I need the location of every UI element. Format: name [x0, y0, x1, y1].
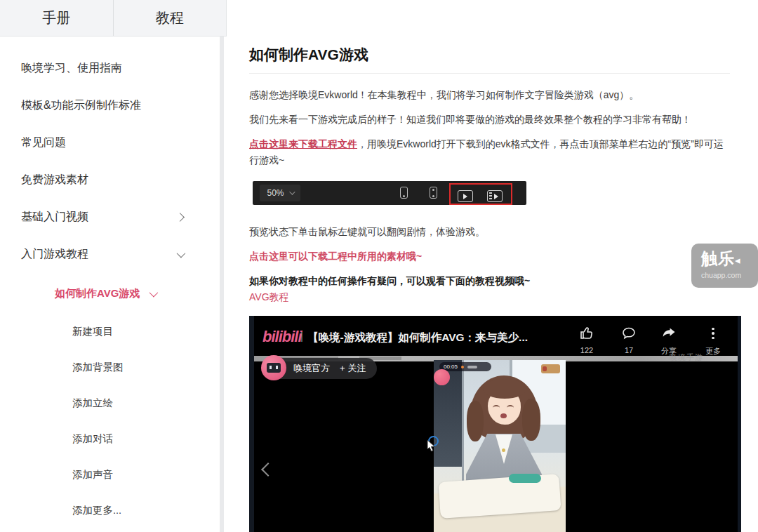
- tv-icon: [267, 363, 281, 373]
- comment-icon[interactable]: [620, 325, 638, 342]
- character-eye: [507, 405, 514, 411]
- carousel-prev-icon[interactable]: [261, 463, 275, 477]
- chevron-down-icon: [177, 249, 186, 258]
- character-eye: [493, 405, 500, 411]
- sidebar-item-template-standard[interactable]: 模板&功能示例制作标准: [0, 87, 220, 124]
- bilibili-logo[interactable]: bilibili: [262, 328, 302, 346]
- sidebar-item-label: 常见问题: [21, 135, 66, 150]
- follow-button[interactable]: + 关注: [340, 362, 366, 375]
- doc-tab-bar: 手册 教程: [0, 0, 227, 36]
- sidebar-item-beginner-tutorials[interactable]: 入门游戏教程: [0, 236, 220, 273]
- triangle-icon: ◂: [735, 254, 741, 266]
- zoom-value: 50%: [267, 188, 284, 198]
- page-title: 如何制作AVG游戏: [249, 45, 368, 65]
- tab-tutorial[interactable]: 教程: [114, 0, 227, 36]
- sidebar-item-label: 免费游戏素材: [21, 173, 88, 187]
- game-timer: 00:05: [444, 364, 458, 370]
- sidebar-sub-add-background[interactable]: 添加背景图: [0, 350, 220, 385]
- sidebar-sub-label: 添加立绘: [72, 397, 113, 410]
- sidebar-sub-add-more[interactable]: 添加更多...: [0, 493, 220, 528]
- article-content: 如何制作AVG游戏 感谢您选择唤境Evkworld！在本集教程中，我们将学习如何…: [249, 0, 733, 532]
- sidebar-sub-add-sound[interactable]: 添加声音: [0, 457, 220, 493]
- sidebar-sub-label: 添加背景图: [72, 361, 124, 374]
- highlight-box: [449, 183, 512, 205]
- sidebar-sub-label: 添加声音: [72, 468, 113, 481]
- timer-extra: [467, 366, 477, 368]
- sidebar-item-label: 模板&功能示例制作标准: [21, 98, 141, 113]
- record-dot-icon: [461, 366, 464, 368]
- uploader-avatar[interactable]: [261, 355, 286, 380]
- chuapp-domain: chuapp.com: [701, 271, 758, 279]
- title-separator: |: [300, 330, 303, 342]
- game-timer-pill: 00:05: [439, 362, 491, 371]
- sidebar-item-free-assets[interactable]: 免费游戏素材: [0, 161, 220, 199]
- character-necklace: [502, 448, 505, 452]
- chuapp-brand: 触乐◂: [701, 249, 758, 270]
- sidebar-item-how-to-make-avg[interactable]: 如何制作AVG游戏: [0, 273, 220, 314]
- sidebar-item-label: 唤境学习、使用指南: [21, 61, 122, 76]
- sidebar-sub-label: 添加对话: [72, 432, 113, 446]
- game-name-tag: [509, 474, 541, 483]
- paragraph-intro: 感谢您选择唤境Evkworld！在本集教程中，我们将学习如何制作文字冒险类游戏（…: [249, 87, 733, 103]
- mouse-cursor-icon: [427, 439, 436, 455]
- paragraph-download: 点击这里来下载工程文件，用唤境Evkworld打开下载到的evk格式文件，再点击…: [249, 136, 733, 168]
- character-mouth: [500, 413, 507, 418]
- like-count: 122: [566, 346, 608, 354]
- tab-manual[interactable]: 手册: [0, 0, 114, 36]
- sidebar-sub-label: 新建项目: [72, 325, 113, 338]
- game-footage: 00:05: [434, 360, 566, 532]
- phone-portrait-icon: [400, 187, 408, 199]
- download-project-link[interactable]: 点击这里来下载工程文件: [249, 138, 357, 149]
- sidebar-item-label: 基础入门视频: [21, 210, 88, 225]
- editor-toolbar-screenshot: 50%: [253, 181, 526, 205]
- sidebar-item-label: 入门游戏教程: [21, 247, 88, 262]
- sidebar-sub-add-dialog[interactable]: 添加对话: [0, 421, 220, 457]
- zoom-dropdown[interactable]: 50%: [260, 185, 300, 201]
- window-frame: [462, 360, 464, 483]
- sidebar-sub-new-project[interactable]: 新建项目: [0, 314, 220, 350]
- character-hair: [483, 379, 526, 399]
- chevron-right-icon: [175, 213, 185, 222]
- paragraph-video-note: 如果你对教程中的任何操作有疑问，可以观看下面的教程视频哦~: [249, 273, 733, 289]
- share-icon[interactable]: [660, 325, 678, 342]
- preview-play-icon: [458, 190, 473, 202]
- paragraph-preview-note: 我们先来看一下游戏完成后的样子！知道我们即将要做的游戏的最终效果整个教程的学习非…: [249, 112, 733, 128]
- sidebar-scrollbar[interactable]: [220, 36, 224, 532]
- chuapp-watermark-badge: 触乐◂ chuapp.com: [691, 244, 758, 288]
- sidebar-sub-add-sprite[interactable]: 添加立绘: [0, 385, 220, 421]
- title-divider: [249, 73, 730, 74]
- game-back-button: [434, 369, 450, 385]
- character-hair: [522, 399, 540, 441]
- game-menu-tag: [541, 364, 560, 373]
- avg-tutorial-link[interactable]: AVG教程: [249, 289, 733, 305]
- download-assets-link[interactable]: 点击这里可以下载工程中所用的素材哦~: [249, 248, 733, 265]
- uploader-name: 唤境官方: [293, 362, 330, 375]
- sidebar-item-faq[interactable]: 常见问题: [0, 124, 220, 161]
- sidebar-item-learning-guide[interactable]: 唤境学习、使用指南: [0, 50, 220, 87]
- chevron-down-icon: [289, 189, 295, 194]
- comment-count: 17: [608, 346, 650, 354]
- sidebar-nav: 唤境学习、使用指南 模板&功能示例制作标准 常见问题 免费游戏素材 基础入门视频…: [0, 36, 220, 532]
- sidebar-item-basic-videos[interactable]: 基础入门视频: [0, 199, 220, 236]
- thumb-up-icon[interactable]: [578, 325, 596, 342]
- video-header: bilibili | 【唤境-游戏教程】如何制作AVG：来与美少...: [254, 316, 738, 355]
- sidebar-active-label: 如何制作AVG游戏: [55, 287, 140, 300]
- sidebar-sub-label: 添加更多...: [72, 504, 121, 517]
- phone-remote-icon: [430, 187, 437, 199]
- more-icon[interactable]: [704, 325, 722, 342]
- character-hair: [467, 401, 484, 441]
- debug-preview-icon: [487, 190, 503, 202]
- video-watermark: 唤境手游: [670, 352, 703, 363]
- video-title[interactable]: 【唤境-游戏教程】如何制作AVG：来与美少...: [307, 331, 528, 345]
- chevron-down-icon: [149, 288, 159, 297]
- paragraph-preview-tip: 预览状态下单击鼠标左键就可以翻阅剧情，体验游戏。: [249, 224, 733, 240]
- video-player[interactable]: bilibili | 【唤境-游戏教程】如何制作AVG：来与美少...: [249, 316, 741, 532]
